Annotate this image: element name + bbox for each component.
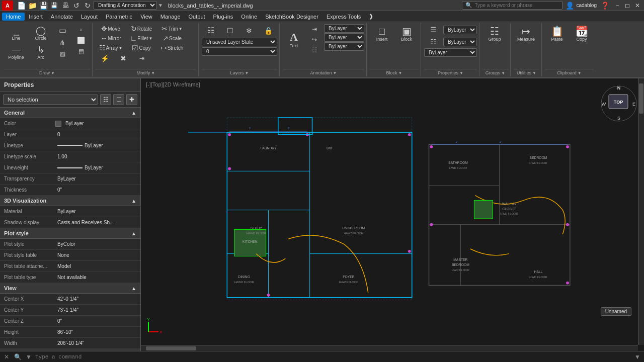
copy-button[interactable]: ☑ Copy [126,43,156,52]
menu-parametric[interactable]: Parametric [102,13,136,21]
redo-button[interactable]: ↻ [83,1,93,11]
misc-section-header[interactable]: Misc ▲ [0,349,140,351]
menu-home[interactable]: Home [2,13,25,21]
save-button[interactable]: 💾 [38,1,48,11]
vertical-scrollbar[interactable] [638,78,644,345]
menu-expresstools[interactable]: Express Tools [323,13,365,21]
add-selected-button[interactable]: ✚ [126,94,137,105]
groups-group-label[interactable]: Groups ▼ [482,69,508,75]
layer-panel-button[interactable]: ☷ [202,24,220,37]
cmd-search-button[interactable]: 🔍 [13,352,22,361]
workspace-selector[interactable]: Drafting & Annotation [94,1,157,10]
stretch-button[interactable]: ↦ Stretch [157,43,187,52]
menu-layout[interactable]: Layout [77,13,102,21]
color-checkbox[interactable] [55,121,61,127]
color-selector[interactable]: ByLayer [443,26,477,34]
print-button[interactable]: 🖶 [60,1,70,11]
nav-cube[interactable]: N S E W TOP [599,83,639,124]
menu-output[interactable]: Output [185,13,209,21]
dimstyle-selector[interactable]: ByLayer [324,33,364,42]
close-button[interactable]: ✕ [633,1,642,10]
leader-button[interactable]: ↪ [305,35,324,45]
linetype-selector[interactable]: ByLayer [443,38,477,46]
workspace-dropdown-arrow[interactable]: ▼ [158,3,163,8]
gradient-button[interactable]: ▨ [53,49,71,59]
floorplan-drawing[interactable]: KITCHEN LAUNDRY B/B STUDY HAWD FLOOR LIV… [141,88,644,351]
group-button[interactable]: ☷ Group [482,24,507,44]
properties-ribbon-group-label[interactable]: Properties ▼ [424,69,477,75]
clipboard-copy-button[interactable]: 📆 Copy [570,24,594,44]
open-button[interactable]: 📁 [27,1,37,11]
selection-dropdown[interactable]: No selection [3,95,98,105]
general-section-header[interactable]: General ▲ [0,108,140,118]
polyline-button[interactable]: ⸻ Polyline [4,43,28,62]
layer-props-button[interactable]: ☐ [221,24,239,37]
menu-sketchbook[interactable]: SketchBook Designer [261,13,323,21]
menu-insert[interactable]: Insert [25,13,47,21]
app-icon[interactable]: A [2,1,13,11]
line-button[interactable]: ⎯ Line [4,24,28,43]
table-button[interactable]: ☷ [305,45,324,55]
help-button[interactable]: ❓ [600,1,610,11]
scale-button[interactable]: ↗ Scale [157,34,187,43]
select-similar-button[interactable]: ☐ [113,94,124,105]
cmd-close-button[interactable]: ✕ [2,352,11,361]
menu-manage[interactable]: Manage [156,13,185,21]
insert-button[interactable]: □ Insert [370,24,394,44]
clipboard-group-label[interactable]: Clipboard ▼ [545,69,594,75]
menu-online[interactable]: Online [237,13,261,21]
text-button[interactable]: A Text [283,24,305,55]
cmd-options-button[interactable]: ▼ [633,352,642,361]
fillet-button[interactable]: ∟ Fillet ▼ [126,34,156,43]
wipeout-button[interactable]: ▤ [72,46,90,56]
measure-button[interactable]: ↦ Measure [514,24,538,44]
search-input[interactable] [474,3,559,8]
minimize-button[interactable]: − [613,1,622,10]
rectangle-button[interactable]: ▭ [53,24,71,37]
search-box[interactable]: 🔍 [462,1,562,10]
layers-group-label[interactable]: Layers ▼ [202,69,277,75]
layer-lock-button[interactable]: 🔒 [259,24,277,37]
explode-button[interactable]: ⚡ [96,53,114,64]
modify-group-label[interactable]: Modify ▼ [96,69,196,75]
textstyle-selector[interactable]: ByLayer [324,42,364,51]
erase-button[interactable]: ✖ [114,53,132,64]
block-group-label[interactable]: Block ▼ [370,69,419,75]
match-properties-button[interactable]: ☰ [424,24,442,35]
restore-button[interactable]: ◻ [623,1,632,10]
draw-group-label[interactable]: Draw ▼ [4,69,90,75]
new-button[interactable]: 📄 [16,1,26,11]
rotate-button[interactable]: ↻ Rotate [126,24,156,33]
plot-style-section-header[interactable]: Plot style ▲ [0,228,140,239]
hatch-button[interactable]: ⋔ [53,37,71,48]
circle-button[interactable]: ◯ Circle [29,24,53,43]
region-button[interactable]: ⬜ [72,35,90,46]
mirror-button[interactable]: ↔ Mirror [96,34,126,43]
quick-select-button[interactable]: ☷ [100,94,111,105]
save-as-button[interactable]: 💾 [49,1,59,11]
dimension-button[interactable]: ⇥ [305,24,324,34]
3d-viz-section-header[interactable]: 3D Visualization ▲ [0,196,140,206]
layer-freeze-button[interactable]: ❄ [240,24,258,37]
array-button[interactable]: ☷ Array ▼ [96,43,126,52]
block-button[interactable]: ▣ Block [394,24,419,44]
undo-button[interactable]: ↺ [71,1,82,11]
arc-button[interactable]: ↳ Arc [29,43,53,62]
trim-button[interactable]: ✂ Trim ▼ [157,24,187,33]
properties-panel-button[interactable]: ☷ [424,36,442,47]
move-button[interactable]: ✥ Move [96,24,126,33]
utilities-group-label[interactable]: Utilities ▼ [514,69,539,75]
layer-state-selector[interactable]: Unsaved Layer State [202,38,277,46]
offset-button[interactable]: ⇥ [133,53,151,64]
more-tools-button[interactable]: ❱ [365,12,377,21]
paste-button[interactable]: 📋 Paste [545,24,569,44]
layer-selector[interactable]: 0 [202,47,277,56]
horizontal-scrollbar[interactable] [141,345,638,351]
linescale-selector[interactable]: ByLayer [324,24,364,33]
canvas-area[interactable]: [-][Top][2D Wireframe] KITCHE [141,78,644,351]
menu-annotate[interactable]: Annotate [47,13,77,21]
cmd-dropdown-button[interactable]: ▼ [24,352,33,361]
command-input[interactable] [35,354,631,360]
trim-dropdown[interactable]: ▼ [179,27,183,31]
fillet-dropdown[interactable]: ▼ [148,36,152,41]
